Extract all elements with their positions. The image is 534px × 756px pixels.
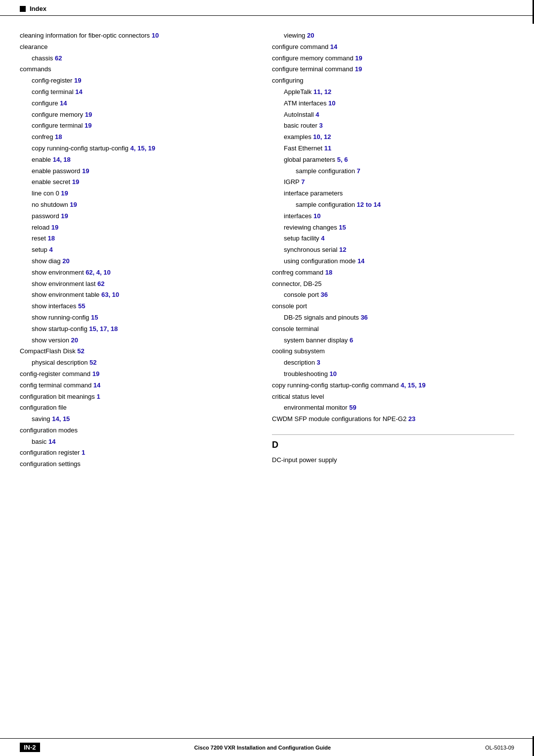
index-entry: configuration bit meanings 1 xyxy=(20,392,252,402)
entry-text: AutoInstall xyxy=(284,111,314,118)
entry-page-number[interactable]: 5, 6 xyxy=(337,156,348,163)
index-entry: copy running-config startup-config comma… xyxy=(272,380,514,391)
index-entry: examples 10, 12 xyxy=(272,132,514,142)
entry-page-number[interactable]: 18 xyxy=(48,235,55,242)
index-entry: confreg 18 xyxy=(20,132,252,142)
entry-text: viewing xyxy=(284,32,305,39)
entry-text: no shutdown xyxy=(32,201,68,208)
entry-page-number[interactable]: 3 xyxy=(317,359,320,366)
entry-page-number[interactable]: 14 xyxy=(75,88,82,95)
entry-page-number[interactable]: 18 xyxy=(55,133,62,141)
entry-text: console terminal xyxy=(272,325,319,332)
entry-text: copy running-config startup-config xyxy=(32,144,129,152)
index-entry: interface parameters xyxy=(272,189,514,199)
index-entry: saving 14, 15 xyxy=(20,414,252,425)
entry-page-number[interactable]: 52 xyxy=(89,359,96,366)
entry-text: setup xyxy=(32,246,47,253)
entry-page-number[interactable]: 11, 12 xyxy=(313,88,331,95)
index-entry: synchronous serial 12 xyxy=(272,245,514,255)
entry-page-number[interactable]: 14, 15 xyxy=(52,415,70,423)
entry-page-number[interactable]: 7 xyxy=(357,167,360,175)
entry-page-number[interactable]: 19 xyxy=(355,54,362,62)
entry-text: DC-input power supply xyxy=(272,456,337,464)
entry-page-number[interactable]: 14 xyxy=(48,438,55,445)
entry-page-number[interactable]: 19 xyxy=(61,189,68,197)
index-entry: AutoInstall 4 xyxy=(272,110,514,120)
entry-page-number[interactable]: 10, 12 xyxy=(313,133,331,141)
entry-page-number[interactable]: 10 xyxy=(330,370,337,378)
entry-page-number[interactable]: 19 xyxy=(70,201,77,208)
entry-page-number[interactable]: 14 xyxy=(330,43,337,50)
entry-page-number[interactable]: 20 xyxy=(71,336,78,344)
index-entry: setup facility 4 xyxy=(272,234,514,244)
index-entry: environmental monitor 59 xyxy=(272,403,514,413)
entry-page-number[interactable]: 15 xyxy=(91,314,98,321)
entry-page-number[interactable]: 52 xyxy=(77,347,84,355)
index-entry: basic 14 xyxy=(20,437,252,447)
index-entry: reload 19 xyxy=(20,223,252,233)
entry-page-number[interactable]: 7 xyxy=(301,178,305,186)
entry-text: description xyxy=(284,359,315,366)
index-entry: confreg command 18 xyxy=(272,268,514,278)
entry-page-number[interactable]: 19 xyxy=(355,65,362,73)
index-entry: show environment last 62 xyxy=(20,279,252,289)
entry-page-number[interactable]: 36 xyxy=(320,291,327,298)
entry-page-number[interactable]: 23 xyxy=(408,415,415,423)
entry-page-number[interactable]: 19 xyxy=(61,212,68,220)
entry-page-number[interactable]: 1 xyxy=(82,449,85,456)
entry-page-number[interactable]: 62 xyxy=(97,280,104,287)
entry-page-number[interactable]: 14 xyxy=(357,257,364,265)
entry-page-number[interactable]: 3 xyxy=(319,122,323,129)
entry-page-number[interactable]: 12 to 14 xyxy=(357,201,381,208)
entry-page-number[interactable]: 11 xyxy=(324,144,331,152)
index-entry: configure 14 xyxy=(20,98,252,109)
entry-page-number[interactable]: 19 xyxy=(82,167,89,175)
entry-page-number[interactable]: 4 xyxy=(315,111,319,118)
entry-page-number[interactable]: 55 xyxy=(78,302,85,310)
entry-page-number[interactable]: 4, 15, 19 xyxy=(400,381,426,389)
entry-text: reviewing changes xyxy=(284,224,337,231)
entry-page-number[interactable]: 14, 18 xyxy=(53,156,71,163)
entry-text: reload xyxy=(32,224,49,231)
entry-page-number[interactable]: 19 xyxy=(72,178,79,186)
index-entry: config terminal command 14 xyxy=(20,380,252,391)
index-entry: configure terminal command 19 xyxy=(272,64,514,75)
index-entry: enable secret 19 xyxy=(20,177,252,188)
entry-page-number[interactable]: 10 xyxy=(313,212,320,220)
entry-page-number[interactable]: 59 xyxy=(349,404,356,411)
entry-page-number[interactable]: 15 xyxy=(339,224,346,231)
entry-text: show startup-config xyxy=(32,325,88,332)
entry-text: physical description xyxy=(32,359,88,366)
entry-text: configuration register xyxy=(20,449,80,456)
entry-page-number[interactable]: 19 xyxy=(51,224,58,231)
entry-page-number[interactable]: 62, 4, 10 xyxy=(86,269,111,276)
entry-page-number[interactable]: 19 xyxy=(92,370,99,378)
entry-text: show version xyxy=(32,336,69,344)
entry-page-number[interactable]: 6 xyxy=(350,336,353,344)
entry-text: show diag xyxy=(32,257,61,265)
entry-page-number[interactable]: 12 xyxy=(339,246,346,253)
entry-page-number[interactable]: 18 xyxy=(325,269,332,276)
entry-page-number[interactable]: 20 xyxy=(62,257,69,265)
entry-page-number[interactable]: 15, 17, 18 xyxy=(89,325,118,332)
index-entry: configure memory 19 xyxy=(20,110,252,120)
entry-page-number[interactable]: 19 xyxy=(85,111,92,118)
entry-page-number[interactable]: 62 xyxy=(55,54,62,62)
entry-page-number[interactable]: 10 xyxy=(328,99,335,107)
entry-page-number[interactable]: 14 xyxy=(60,99,67,107)
entry-page-number[interactable]: 36 xyxy=(360,314,367,321)
entry-page-number[interactable]: 63, 10 xyxy=(101,291,119,298)
entry-page-number[interactable]: 19 xyxy=(74,77,81,84)
entry-page-number[interactable]: 4 xyxy=(49,246,52,253)
entry-page-number[interactable]: 1 xyxy=(96,393,100,400)
entry-page-number[interactable]: 10 xyxy=(152,32,159,39)
entry-page-number[interactable]: 4, 15, 19 xyxy=(130,144,155,152)
header-icon xyxy=(20,6,26,12)
index-entry: CWDM SFP module configurations for NPE-G… xyxy=(272,414,514,425)
entry-page-number[interactable]: 4 xyxy=(321,235,324,242)
entry-page-number[interactable]: 14 xyxy=(93,381,100,389)
entry-page-number[interactable]: 20 xyxy=(307,32,314,39)
index-entry: troubleshooting 10 xyxy=(272,369,514,379)
entry-page-number[interactable]: 19 xyxy=(85,122,91,129)
entry-text: CWDM SFP module configurations for NPE-G… xyxy=(272,415,406,423)
